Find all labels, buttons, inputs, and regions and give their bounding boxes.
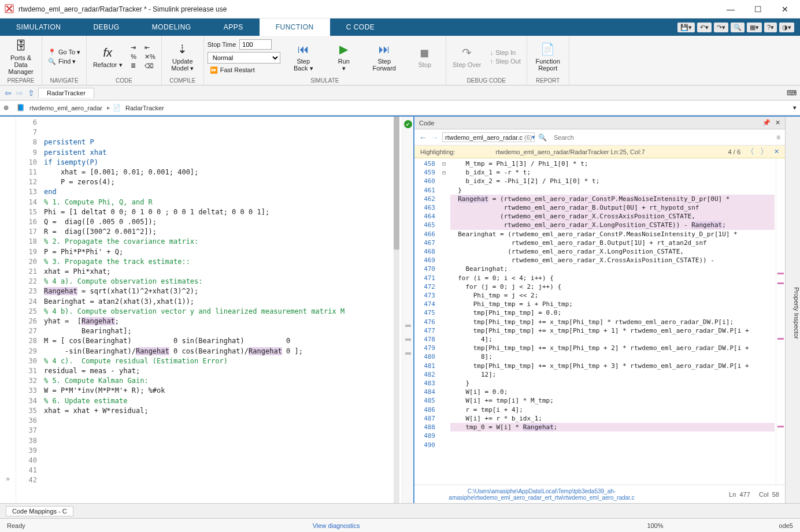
undo-icon[interactable]: ↶▾ — [697, 23, 712, 32]
step-over-button[interactable]: ↷Step Over — [450, 38, 484, 76]
file-path[interactable]: C:\Users\amasiphe\AppData\Local\Temp\tpb… — [420, 488, 663, 501]
matlab-editor-pane: » 67891011121314151617181920212223242526… — [0, 117, 414, 503]
prev-match-icon[interactable]: 〈 — [746, 147, 754, 157]
minimize-button[interactable]: — — [722, 5, 739, 14]
bottom-tab-bar: Code Mappings - C — [0, 503, 800, 518]
nav-up-icon[interactable]: ⇧ — [27, 88, 36, 98]
code-body[interactable]: M_tmp = Phi_1[3] / Phi_1[0] * t; b_idx_1… — [449, 158, 776, 485]
breadcrumb-leaf[interactable]: RadarTracker — [123, 105, 166, 111]
status-bar: Ready View diagnostics 100% ode5 — [0, 518, 800, 532]
favorites-icon[interactable]: ▦▾ — [747, 23, 762, 32]
highlight-path: rtwdemo_eml_aero_radar/RadarTracker Ln:2… — [496, 148, 645, 155]
clean-icon[interactable]: ⌫ — [142, 62, 158, 70]
search-icon[interactable]: 🔍 — [538, 133, 547, 142]
step-forward-button[interactable]: ⏭Step Forward — [367, 38, 402, 76]
breadcrumb-root[interactable]: rtwdemo_eml_aero_radar — [27, 105, 105, 111]
app-icon — [5, 4, 15, 14]
highlight-bar: Highlighting: rtwdemo_eml_aero_radar/Rad… — [414, 146, 785, 158]
group-label: COMPILE — [165, 76, 200, 84]
pane-title: Code — [419, 120, 434, 127]
nav-forward-icon[interactable]: ⇨ — [15, 88, 24, 98]
line-gutter: 6789101112131415161718192021222324252627… — [16, 117, 42, 503]
indent-icon[interactable]: ⇥ — [128, 43, 139, 52]
block-icon: 📄 — [113, 104, 121, 111]
run-button[interactable]: ▶Run ▾ — [327, 38, 361, 76]
dropdown-icon[interactable]: ▾ — [793, 104, 797, 111]
code-body[interactable]: persistent Ppersistent xhatif isempty(P)… — [42, 117, 402, 503]
refactor-button[interactable]: fx Refactor ▾ — [90, 38, 125, 76]
stop-button[interactable]: ◼Stop — [408, 38, 442, 76]
window-controls: — ☐ ✕ — [722, 5, 795, 14]
uncomment-icon[interactable]: ✕% — [142, 53, 158, 61]
find-button[interactable]: 🔍 Find ▾ — [46, 57, 83, 66]
help-icon[interactable]: ?▾ — [764, 23, 777, 32]
maximize-button[interactable]: ☐ — [750, 5, 766, 14]
expand-icon[interactable]: » — [6, 475, 10, 483]
format-icon[interactable]: ≣ — [128, 61, 139, 70]
window-title: rtwdemo_eml_aero_radar/RadarTracker * - … — [18, 5, 722, 13]
file-footer: C:\Users\amasiphe\AppData\Local\Temp\tpb… — [414, 485, 785, 503]
property-inspector-strip[interactable]: Property Inspector — [785, 117, 800, 503]
highlight-count: 4 / 6 — [728, 148, 740, 155]
step-out-button[interactable]: ↑ Step Out — [488, 57, 523, 65]
menu-c code[interactable]: C CODE — [330, 18, 391, 36]
menu-debug[interactable]: DEBUG — [77, 18, 135, 36]
ports-data-manager-button[interactable]: 🗄 Ports & Data Manager — [3, 38, 38, 76]
fold-gutter[interactable]: ⊟⊟ — [439, 158, 449, 485]
ribbon: 🗄 Ports & Data Manager PREPARE 📍 Go To ▾… — [0, 36, 800, 85]
nav-back-icon[interactable]: ⇦ — [3, 88, 13, 98]
ok-check-icon: ✔ — [404, 120, 412, 128]
group-label: PREPARE — [3, 76, 38, 84]
menu-simulation[interactable]: SIMULATION — [0, 18, 77, 36]
nav-bar: ⇦ ⇨ ⇧ RadarTracker ⌨ — [0, 85, 800, 101]
keyboard-icon[interactable]: ⌨ — [787, 89, 797, 97]
code-toolbar: ← → rtwdemo_eml_aero_radar.c (6) ▾ 🔍 ≡ — [414, 129, 785, 146]
menu-icon[interactable]: ≡ — [776, 133, 780, 142]
file-picker[interactable]: rtwdemo_eml_aero_radar.c (6) ▾ — [442, 132, 535, 142]
code-health-strip: ✔ — [402, 117, 413, 503]
fast-restart-button[interactable]: ⏩ Fast Restart — [208, 66, 280, 75]
code-pane: Code 📌 ✕ ← → rtwdemo_eml_aero_radar.c (6… — [414, 117, 785, 503]
comment-icon[interactable]: % — [128, 53, 139, 61]
group-label: DEBUG CODE — [450, 76, 523, 84]
model-browser-toggle-icon[interactable]: ⊛ — [3, 104, 9, 111]
step-in-button[interactable]: ↓ Step In — [488, 49, 523, 57]
titlebar: rtwdemo_eml_aero_radar/RadarTracker * - … — [0, 0, 800, 18]
update-model-button[interactable]: ⇣ Update Model ▾ — [165, 38, 200, 76]
step-back-button[interactable]: ⏮Step Back ▾ — [286, 38, 321, 76]
layout-icon[interactable]: ◑▾ — [779, 23, 794, 32]
quick-access: 💾▾ ↶▾ ↷▾ 🔍 ▦▾ ?▾ ◑▾ — [677, 18, 800, 36]
solver[interactable]: ode5 — [779, 522, 793, 529]
group-label: CODE — [90, 76, 158, 84]
stoptime-label: Stop Time — [208, 41, 236, 48]
close-pane-icon[interactable]: ✕ — [775, 119, 780, 127]
outdent-icon[interactable]: ⇤ — [142, 43, 158, 52]
pin-icon[interactable]: 📌 — [762, 119, 771, 127]
menu-modeling[interactable]: MODELING — [136, 18, 208, 36]
minimap[interactable] — [776, 158, 785, 485]
zoom-level[interactable]: 100% — [647, 522, 663, 529]
next-match-icon[interactable]: 〉 — [760, 147, 768, 157]
model-icon: 📘 — [17, 104, 25, 111]
code-forward-icon[interactable]: → — [431, 133, 439, 142]
close-button[interactable]: ✕ — [777, 5, 793, 14]
save-icon[interactable]: 💾▾ — [677, 23, 695, 32]
model-tab[interactable]: RadarTracker — [38, 88, 94, 98]
search-icon[interactable]: 🔍 — [731, 23, 745, 32]
stoptime-input[interactable] — [239, 39, 272, 50]
simmode-select[interactable]: Normal — [208, 52, 280, 64]
menu-function[interactable]: FUNCTION — [260, 18, 330, 36]
group-label: SIMULATE — [208, 76, 442, 84]
code-back-icon[interactable]: ← — [419, 133, 427, 142]
close-highlight-icon[interactable]: ✕ — [774, 148, 779, 155]
group-label: REPORT — [531, 76, 565, 84]
redo-icon[interactable]: ↷▾ — [714, 23, 728, 32]
function-report-button[interactable]: 📄Function Report — [531, 38, 565, 76]
view-diagnostics-link[interactable]: View diagnostics — [25, 522, 647, 529]
goto-button[interactable]: 📍 Go To ▾ — [46, 48, 83, 57]
scrollbar[interactable] — [394, 117, 399, 503]
menu-apps[interactable]: APPS — [208, 18, 260, 36]
code-mappings-tab[interactable]: Code Mappings - C — [6, 506, 73, 516]
search-input[interactable] — [550, 133, 773, 142]
line-gutter: 4584594604614624634644654664674684694704… — [414, 158, 439, 485]
